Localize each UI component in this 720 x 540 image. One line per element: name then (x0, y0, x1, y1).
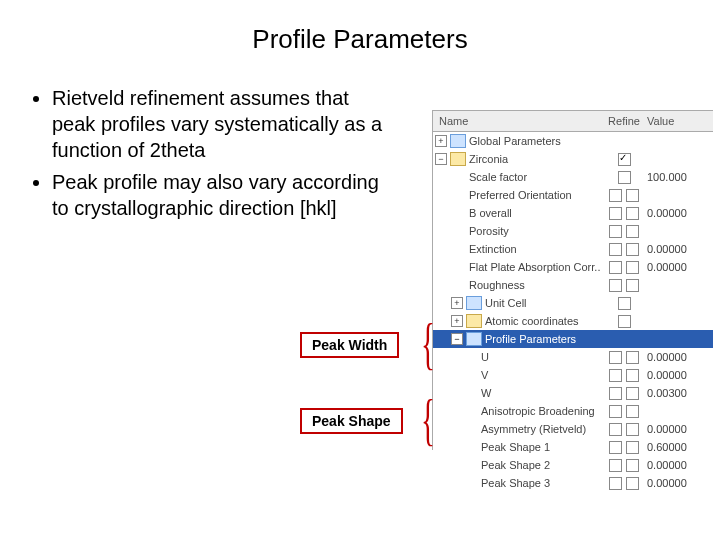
folder-icon (466, 296, 482, 310)
tree-leaf[interactable]: Flat Plate Absorption Corr..0.00000 (433, 258, 713, 276)
refine-checkbox[interactable] (626, 405, 639, 418)
value-cell: 0.60000 (643, 441, 713, 453)
left-column: Rietveld refinement assumes that peak pr… (30, 65, 390, 227)
expand-icon[interactable]: + (435, 135, 447, 147)
tree-leaf[interactable]: Anisotropic Broadening (433, 402, 713, 420)
collapse-icon[interactable]: − (435, 153, 447, 165)
refine-checkbox[interactable] (618, 171, 631, 184)
tree-leaf[interactable]: W0.00300 (433, 384, 713, 402)
folder-icon (450, 152, 466, 166)
tree-node-phase[interactable]: − Zirconia (433, 150, 713, 168)
refine-checkbox[interactable] (609, 351, 622, 364)
tree-leaf[interactable]: B overall0.00000 (433, 204, 713, 222)
refine-checkbox[interactable] (609, 279, 622, 292)
value-cell: 0.00000 (643, 459, 713, 471)
bullet-item: Rietveld refinement assumes that peak pr… (52, 85, 390, 163)
node-label: Atomic coordinates (485, 315, 605, 327)
refine-checkbox[interactable] (609, 207, 622, 220)
refine-checkbox[interactable] (609, 423, 622, 436)
value-cell: 0.00000 (643, 207, 713, 219)
refine-checkbox[interactable] (626, 189, 639, 202)
leaf-label: U (481, 351, 605, 363)
refine-checkbox[interactable] (626, 279, 639, 292)
refine-checkbox[interactable] (609, 369, 622, 382)
refine-checkbox[interactable] (626, 261, 639, 274)
refine-checkbox[interactable] (626, 225, 639, 238)
value-cell: 100.000 (643, 171, 713, 183)
tree-leaf[interactable]: U0.00000 (433, 348, 713, 366)
refine-checkbox[interactable] (609, 387, 622, 400)
tree-node-atomic[interactable]: + Atomic coordinates (433, 312, 713, 330)
leaf-label: Porosity (469, 225, 605, 237)
expand-icon[interactable]: + (451, 297, 463, 309)
tree-leaf[interactable]: Scale factor100.000 (433, 168, 713, 186)
tree-leaf[interactable]: Roughness (433, 276, 713, 294)
leaf-label: Peak Shape 2 (481, 459, 605, 471)
refine-checkbox[interactable] (609, 477, 622, 490)
leaf-label: W (481, 387, 605, 399)
header-name: Name (433, 111, 605, 131)
refine-checkbox[interactable] (626, 207, 639, 220)
tree-leaf[interactable]: Preferred Orientation (433, 186, 713, 204)
refine-checkbox[interactable] (626, 423, 639, 436)
leaf-label: Asymmetry (Rietveld) (481, 423, 605, 435)
callout-peak-width: Peak Width (300, 332, 399, 358)
folder-icon (466, 314, 482, 328)
refine-checkbox[interactable] (626, 477, 639, 490)
parameter-tree-panel: Name Refine Value + Global Parameters − … (432, 110, 713, 450)
value-cell: 0.00000 (643, 423, 713, 435)
tree-leaf[interactable]: Peak Shape 20.00000 (433, 456, 713, 474)
refine-checkbox[interactable] (609, 189, 622, 202)
tree-leaf[interactable]: Peak Shape 30.00000 (433, 474, 713, 492)
tree-leaf[interactable]: Porosity (433, 222, 713, 240)
collapse-icon[interactable]: − (451, 333, 463, 345)
value-cell: 0.00300 (643, 387, 713, 399)
leaf-label: B overall (469, 207, 605, 219)
folder-icon (450, 134, 466, 148)
tree-node-unitcell[interactable]: + Unit Cell (433, 294, 713, 312)
tree-node-profile[interactable]: − Profile Parameters (433, 330, 713, 348)
value-cell: 0.00000 (643, 261, 713, 273)
header-refine: Refine (605, 111, 643, 131)
brace-icon: { (421, 320, 435, 368)
tree-leaf[interactable]: Asymmetry (Rietveld)0.00000 (433, 420, 713, 438)
value-cell: 0.00000 (643, 369, 713, 381)
bullet-list: Rietveld refinement assumes that peak pr… (30, 85, 390, 221)
refine-checkbox[interactable] (609, 441, 622, 454)
refine-checkbox[interactable] (626, 243, 639, 256)
leaf-label: Preferred Orientation (469, 189, 605, 201)
header-value: Value (643, 111, 713, 131)
leaf-label: Scale factor (469, 171, 605, 183)
tree-leaf[interactable]: Peak Shape 10.60000 (433, 438, 713, 456)
refine-checkbox[interactable] (609, 243, 622, 256)
refine-checkbox[interactable] (626, 441, 639, 454)
refine-checkbox[interactable] (626, 459, 639, 472)
refine-checkbox[interactable] (626, 369, 639, 382)
refine-checkbox[interactable] (626, 351, 639, 364)
value-cell: 0.00000 (643, 351, 713, 363)
tree-leaf[interactable]: V0.00000 (433, 366, 713, 384)
tree-leaf[interactable]: Extinction0.00000 (433, 240, 713, 258)
refine-checkbox[interactable] (609, 261, 622, 274)
expand-icon[interactable]: + (451, 315, 463, 327)
folder-icon (466, 332, 482, 346)
refine-checkbox[interactable] (618, 297, 631, 310)
leaf-label: V (481, 369, 605, 381)
page-title: Profile Parameters (0, 0, 720, 65)
refine-checkbox[interactable] (626, 387, 639, 400)
node-label: Unit Cell (485, 297, 605, 309)
refine-checkbox[interactable] (609, 225, 622, 238)
refine-checkbox[interactable] (618, 153, 631, 166)
refine-checkbox[interactable] (618, 315, 631, 328)
node-label: Zirconia (469, 153, 605, 165)
value-cell: 0.00000 (643, 477, 713, 489)
leaf-label: Extinction (469, 243, 605, 255)
leaf-label: Peak Shape 1 (481, 441, 605, 453)
callout-peak-shape: Peak Shape (300, 408, 403, 434)
leaf-label: Roughness (469, 279, 605, 291)
tree-header: Name Refine Value (433, 110, 713, 132)
refine-checkbox[interactable] (609, 459, 622, 472)
node-label: Profile Parameters (485, 333, 605, 345)
refine-checkbox[interactable] (609, 405, 622, 418)
tree-node-global[interactable]: + Global Parameters (433, 132, 713, 150)
